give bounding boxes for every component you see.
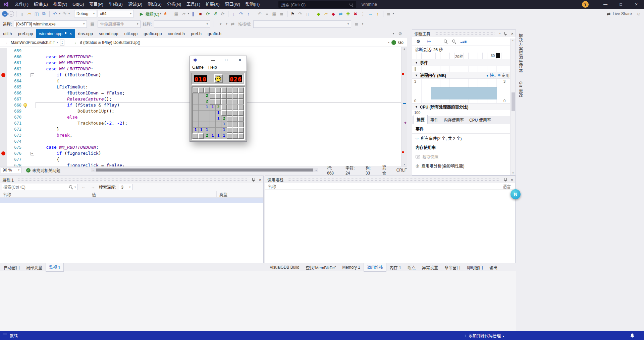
rail-tab[interactable]: 解决方案资源管理器 xyxy=(518,33,524,73)
tool-window-tab[interactable]: 异常设置 xyxy=(419,263,441,272)
navigate-back-history-icon[interactable] xyxy=(256,10,263,17)
close-icon[interactable] xyxy=(511,31,514,36)
scroll-up-arrow-icon[interactable] xyxy=(401,47,407,52)
toggle-flagged-icon[interactable] xyxy=(229,20,236,28)
fold-margin[interactable] xyxy=(29,132,36,138)
mine-cell[interactable] xyxy=(227,133,232,139)
tool-window-tab[interactable]: 命令窗口 xyxy=(441,263,464,272)
tool-window-tab[interactable]: 查找“MemBlkDc” xyxy=(303,263,339,272)
menu-item[interactable]: 编辑(E) xyxy=(31,0,51,9)
mine-cell[interactable] xyxy=(221,105,227,110)
mine-cell[interactable]: 1 xyxy=(210,133,215,139)
mine-cell[interactable] xyxy=(232,99,238,105)
mine-cell[interactable] xyxy=(238,110,244,116)
visualgdb-remove-icon[interactable] xyxy=(352,10,359,17)
mine-cell[interactable] xyxy=(215,87,221,93)
step-out-icon[interactable] xyxy=(245,10,252,17)
tool-window-tab[interactable]: 即时窗口 xyxy=(464,263,486,272)
tool-window-tab[interactable]: Memory 1 xyxy=(339,264,363,271)
mine-cell[interactable] xyxy=(210,93,215,99)
mine-cell[interactable] xyxy=(232,105,238,110)
mine-cell[interactable] xyxy=(232,127,238,133)
solution-config-dropdown[interactable]: Debug xyxy=(74,10,97,17)
pin-icon[interactable] xyxy=(504,31,507,36)
mine-cell[interactable]: 1 xyxy=(221,133,227,139)
menu-item[interactable]: 生成(B) xyxy=(106,0,125,9)
mine-cell[interactable] xyxy=(232,116,238,122)
minefield-grid[interactable]: 22112112111112111 xyxy=(192,86,245,140)
mine-cell[interactable] xyxy=(227,93,232,99)
tool-window-tab[interactable]: 内存 1 xyxy=(387,263,404,272)
mine-cell[interactable]: 2 xyxy=(204,99,210,105)
breakpoint-margin[interactable] xyxy=(0,48,7,54)
mine-cell[interactable] xyxy=(210,122,215,127)
column-header[interactable]: 名称 xyxy=(0,191,89,197)
mine-cell[interactable] xyxy=(198,105,204,110)
breadcrumb-scope[interactable]: MainWndProc.switch.if.if xyxy=(11,40,55,45)
search-icon[interactable] xyxy=(69,185,73,189)
mine-cell[interactable]: 1 xyxy=(215,133,221,139)
mine-cell[interactable] xyxy=(198,122,204,127)
export-icon[interactable] xyxy=(426,38,432,45)
menu-item[interactable]: 视图(V) xyxy=(51,0,70,9)
breakpoint-margin[interactable] xyxy=(0,84,7,90)
menu-item[interactable]: 分析(N) xyxy=(164,0,184,9)
mine-cell[interactable]: 1 xyxy=(204,105,210,110)
mine-cell[interactable] xyxy=(193,93,198,99)
column-header[interactable]: 语言 xyxy=(500,183,515,189)
mine-cell[interactable] xyxy=(215,93,221,99)
mine-cell[interactable] xyxy=(238,133,244,139)
threads-icon[interactable] xyxy=(264,10,270,17)
mine-cell[interactable] xyxy=(204,110,210,116)
mine-cell[interactable] xyxy=(210,127,215,133)
fold-margin[interactable] xyxy=(29,60,36,66)
toolbar-overflow-icon[interactable] xyxy=(360,10,366,17)
mine-cell[interactable] xyxy=(198,110,204,116)
mine-cell[interactable]: 1 xyxy=(215,116,221,122)
mine-cell[interactable] xyxy=(193,105,198,110)
mine-cell[interactable] xyxy=(227,110,232,116)
ext-upload-icon[interactable] xyxy=(374,10,381,17)
menu-item[interactable]: 工具(T) xyxy=(184,0,203,9)
list-members-icon[interactable] xyxy=(385,10,392,17)
fold-collapse-icon[interactable] xyxy=(31,73,34,77)
mine-cell[interactable] xyxy=(204,116,210,122)
show-next-statement-icon[interactable] xyxy=(304,10,311,17)
restart-icon[interactable] xyxy=(205,10,211,17)
mine-cell[interactable] xyxy=(232,87,238,93)
scroll-down-arrow-icon[interactable] xyxy=(512,172,514,175)
fold-margin[interactable] xyxy=(29,150,36,156)
mine-cell[interactable] xyxy=(238,116,244,122)
mine-cell[interactable]: 1 xyxy=(215,110,221,116)
mine-cell[interactable] xyxy=(221,99,227,105)
mine-cell[interactable] xyxy=(227,122,232,127)
fold-margin[interactable] xyxy=(29,126,36,132)
lightbulb-icon[interactable] xyxy=(23,103,27,107)
pin-icon[interactable] xyxy=(64,32,67,36)
pin-icon[interactable] xyxy=(252,178,255,182)
ext-deploy-icon[interactable] xyxy=(367,10,374,17)
mine-cell[interactable] xyxy=(198,87,204,93)
breakpoint-dot[interactable] xyxy=(1,151,5,155)
mine-cell[interactable] xyxy=(238,122,244,127)
diagnostics-tab[interactable]: 事件 xyxy=(428,116,441,124)
mine-cell[interactable] xyxy=(215,99,221,105)
menu-item[interactable]: 帮助(H) xyxy=(243,0,262,9)
mine-cell[interactable] xyxy=(227,127,232,133)
panel-drag-grip[interactable] xyxy=(18,178,248,181)
mine-cell[interactable] xyxy=(238,93,244,99)
mine-cell[interactable]: 1 xyxy=(210,105,215,110)
scroll-left-arrow-icon[interactable] xyxy=(91,168,96,172)
breakpoint-margin[interactable] xyxy=(0,156,7,162)
mine-cell[interactable] xyxy=(193,87,198,93)
menu-item[interactable]: 项目(P) xyxy=(87,0,106,9)
mine-cell[interactable] xyxy=(193,116,198,122)
column-header[interactable]: 类型 xyxy=(217,191,263,197)
scope-spinner[interactable] xyxy=(60,40,64,46)
watch-panel-header[interactable]: 监视 1 xyxy=(0,176,263,183)
live-share-label[interactable]: Live Share xyxy=(613,11,632,16)
smiley-button[interactable] xyxy=(214,74,223,83)
fold-margin[interactable] xyxy=(29,138,36,144)
editor-tab[interactable]: context.h xyxy=(165,29,188,38)
editor-tab[interactable]: rtns.cpp xyxy=(75,29,96,38)
